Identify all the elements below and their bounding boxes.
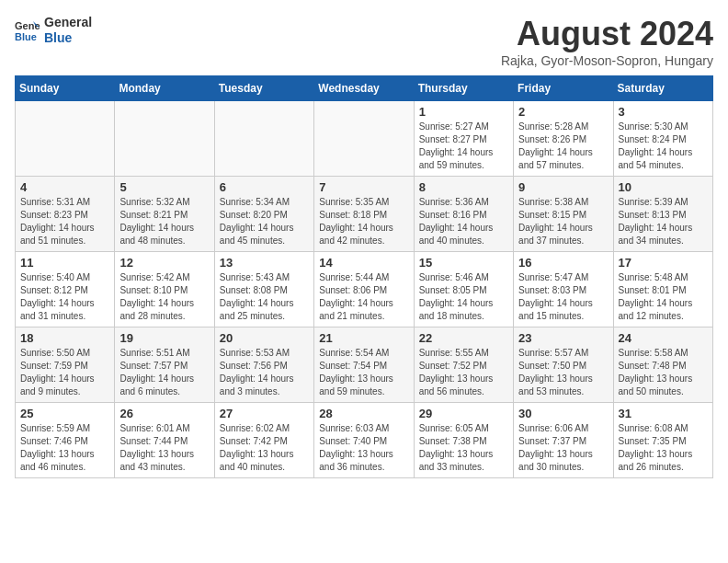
day-number: 6 xyxy=(220,180,309,194)
day-number: 29 xyxy=(419,407,508,420)
day-cell: 12Sunrise: 5:42 AM Sunset: 8:10 PM Dayli… xyxy=(115,252,214,327)
day-cell: 6Sunrise: 5:34 AM Sunset: 8:20 PM Daylig… xyxy=(214,177,313,252)
day-detail: Sunrise: 6:05 AM Sunset: 7:38 PM Dayligh… xyxy=(419,422,508,474)
day-detail: Sunrise: 5:50 AM Sunset: 7:59 PM Dayligh… xyxy=(20,347,109,398)
day-detail: Sunrise: 5:57 AM Sunset: 7:50 PM Dayligh… xyxy=(518,347,608,398)
day-detail: Sunrise: 5:42 AM Sunset: 8:10 PM Dayligh… xyxy=(119,271,209,323)
day-number: 23 xyxy=(518,331,608,345)
day-cell: 14Sunrise: 5:44 AM Sunset: 8:06 PM Dayli… xyxy=(314,252,414,327)
day-number: 20 xyxy=(220,331,309,345)
week-row-4: 18Sunrise: 5:50 AM Sunset: 7:59 PM Dayli… xyxy=(16,327,713,403)
day-number: 17 xyxy=(619,256,708,270)
day-detail: Sunrise: 5:35 AM Sunset: 8:18 PM Dayligh… xyxy=(319,196,408,247)
week-row-2: 4Sunrise: 5:31 AM Sunset: 8:23 PM Daylig… xyxy=(16,177,713,252)
day-detail: Sunrise: 5:36 AM Sunset: 8:16 PM Dayligh… xyxy=(419,196,508,247)
col-header-friday: Friday xyxy=(514,76,613,101)
day-number: 16 xyxy=(518,256,608,270)
day-number: 2 xyxy=(518,105,608,119)
col-header-tuesday: Tuesday xyxy=(214,76,313,101)
day-cell: 17Sunrise: 5:48 AM Sunset: 8:01 PM Dayli… xyxy=(613,252,712,327)
week-row-5: 25Sunrise: 5:59 AM Sunset: 7:46 PM Dayli… xyxy=(16,403,713,478)
col-header-wednesday: Wednesday xyxy=(314,76,414,101)
day-number: 12 xyxy=(119,256,209,270)
day-number: 31 xyxy=(619,407,708,420)
day-number: 30 xyxy=(518,407,608,420)
day-cell: 2Sunrise: 5:28 AM Sunset: 8:26 PM Daylig… xyxy=(514,101,613,177)
day-detail: Sunrise: 6:02 AM Sunset: 7:42 PM Dayligh… xyxy=(220,422,309,474)
day-number: 10 xyxy=(619,180,708,194)
day-number: 22 xyxy=(419,331,508,345)
day-detail: Sunrise: 5:59 AM Sunset: 7:46 PM Dayligh… xyxy=(20,422,109,474)
day-detail: Sunrise: 5:47 AM Sunset: 8:03 PM Dayligh… xyxy=(518,271,608,323)
day-number: 19 xyxy=(119,331,209,345)
day-number: 8 xyxy=(419,180,508,194)
day-cell xyxy=(214,101,313,177)
day-cell xyxy=(115,101,214,177)
day-number: 11 xyxy=(20,256,109,270)
day-detail: Sunrise: 5:58 AM Sunset: 7:48 PM Dayligh… xyxy=(619,347,708,398)
day-cell: 8Sunrise: 5:36 AM Sunset: 8:16 PM Daylig… xyxy=(414,177,513,252)
svg-text:Blue: Blue xyxy=(15,31,37,42)
day-number: 13 xyxy=(220,256,309,270)
day-detail: Sunrise: 5:44 AM Sunset: 8:06 PM Dayligh… xyxy=(319,271,408,323)
day-cell: 13Sunrise: 5:43 AM Sunset: 8:08 PM Dayli… xyxy=(214,252,313,327)
day-detail: Sunrise: 5:51 AM Sunset: 7:57 PM Dayligh… xyxy=(119,347,209,398)
day-detail: Sunrise: 5:30 AM Sunset: 8:24 PM Dayligh… xyxy=(619,121,708,172)
day-cell: 21Sunrise: 5:54 AM Sunset: 7:54 PM Dayli… xyxy=(314,327,414,403)
day-cell: 20Sunrise: 5:53 AM Sunset: 7:56 PM Dayli… xyxy=(214,327,313,403)
day-cell: 16Sunrise: 5:47 AM Sunset: 8:03 PM Dayli… xyxy=(514,252,613,327)
day-cell: 25Sunrise: 5:59 AM Sunset: 7:46 PM Dayli… xyxy=(16,403,115,478)
month-title: August 2024 xyxy=(501,15,713,53)
day-number: 1 xyxy=(419,105,508,119)
day-number: 27 xyxy=(220,407,309,420)
day-cell: 1Sunrise: 5:27 AM Sunset: 8:27 PM Daylig… xyxy=(414,101,513,177)
day-number: 24 xyxy=(619,331,708,345)
day-cell xyxy=(16,101,115,177)
day-cell: 4Sunrise: 5:31 AM Sunset: 8:23 PM Daylig… xyxy=(16,177,115,252)
col-header-monday: Monday xyxy=(115,76,214,101)
day-cell: 7Sunrise: 5:35 AM Sunset: 8:18 PM Daylig… xyxy=(314,177,414,252)
header: General Blue General Blue August 2024 Ra… xyxy=(15,15,713,68)
day-cell xyxy=(314,101,414,177)
day-number: 28 xyxy=(319,407,408,420)
week-row-1: 1Sunrise: 5:27 AM Sunset: 8:27 PM Daylig… xyxy=(16,101,713,177)
day-cell: 11Sunrise: 5:40 AM Sunset: 8:12 PM Dayli… xyxy=(16,252,115,327)
title-block: August 2024 Rajka, Gyor-Moson-Sopron, Hu… xyxy=(501,15,713,68)
day-detail: Sunrise: 5:53 AM Sunset: 7:56 PM Dayligh… xyxy=(220,347,309,398)
day-detail: Sunrise: 5:39 AM Sunset: 8:13 PM Dayligh… xyxy=(619,196,708,247)
day-detail: Sunrise: 5:32 AM Sunset: 8:21 PM Dayligh… xyxy=(119,196,209,247)
day-cell: 15Sunrise: 5:46 AM Sunset: 8:05 PM Dayli… xyxy=(414,252,513,327)
day-number: 21 xyxy=(319,331,408,345)
day-cell: 23Sunrise: 5:57 AM Sunset: 7:50 PM Dayli… xyxy=(514,327,613,403)
day-detail: Sunrise: 5:43 AM Sunset: 8:08 PM Dayligh… xyxy=(220,271,309,323)
day-number: 26 xyxy=(119,407,209,420)
day-cell: 3Sunrise: 5:30 AM Sunset: 8:24 PM Daylig… xyxy=(613,101,712,177)
day-cell: 26Sunrise: 6:01 AM Sunset: 7:44 PM Dayli… xyxy=(115,403,214,478)
day-detail: Sunrise: 5:38 AM Sunset: 8:15 PM Dayligh… xyxy=(518,196,608,247)
day-cell: 5Sunrise: 5:32 AM Sunset: 8:21 PM Daylig… xyxy=(115,177,214,252)
day-detail: Sunrise: 5:54 AM Sunset: 7:54 PM Dayligh… xyxy=(319,347,408,398)
header-row: SundayMondayTuesdayWednesdayThursdayFrid… xyxy=(16,76,713,101)
day-cell: 31Sunrise: 6:08 AM Sunset: 7:35 PM Dayli… xyxy=(613,403,712,478)
day-cell: 28Sunrise: 6:03 AM Sunset: 7:40 PM Dayli… xyxy=(314,403,414,478)
day-detail: Sunrise: 5:27 AM Sunset: 8:27 PM Dayligh… xyxy=(419,121,508,172)
day-detail: Sunrise: 5:46 AM Sunset: 8:05 PM Dayligh… xyxy=(419,271,508,323)
day-number: 7 xyxy=(319,180,408,194)
day-detail: Sunrise: 5:31 AM Sunset: 8:23 PM Dayligh… xyxy=(20,196,109,247)
day-detail: Sunrise: 5:40 AM Sunset: 8:12 PM Dayligh… xyxy=(20,271,109,323)
day-detail: Sunrise: 6:03 AM Sunset: 7:40 PM Dayligh… xyxy=(319,422,408,474)
day-detail: Sunrise: 5:55 AM Sunset: 7:52 PM Dayligh… xyxy=(419,347,508,398)
day-cell: 27Sunrise: 6:02 AM Sunset: 7:42 PM Dayli… xyxy=(214,403,313,478)
logo-line2: Blue xyxy=(44,30,92,46)
day-detail: Sunrise: 6:01 AM Sunset: 7:44 PM Dayligh… xyxy=(119,422,209,474)
logo-line1: General xyxy=(44,15,92,30)
day-number: 14 xyxy=(319,256,408,270)
day-detail: Sunrise: 5:28 AM Sunset: 8:26 PM Dayligh… xyxy=(518,121,608,172)
day-cell: 18Sunrise: 5:50 AM Sunset: 7:59 PM Dayli… xyxy=(16,327,115,403)
col-header-thursday: Thursday xyxy=(414,76,513,101)
week-row-3: 11Sunrise: 5:40 AM Sunset: 8:12 PM Dayli… xyxy=(16,252,713,327)
day-number: 3 xyxy=(619,105,708,119)
logo-icon: General Blue xyxy=(15,17,40,43)
location-subtitle: Rajka, Gyor-Moson-Sopron, Hungary xyxy=(501,53,713,68)
day-cell: 22Sunrise: 5:55 AM Sunset: 7:52 PM Dayli… xyxy=(414,327,513,403)
